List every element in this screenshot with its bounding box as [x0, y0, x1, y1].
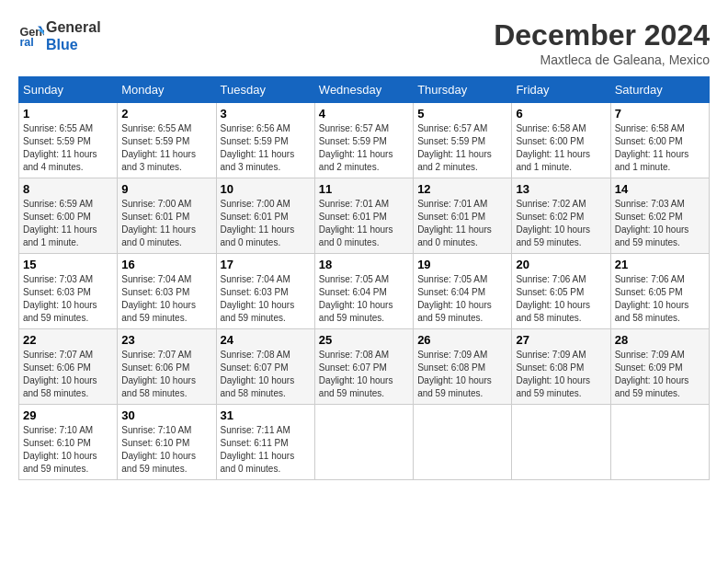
- weekday-header-saturday: Saturday: [610, 77, 709, 103]
- calendar-week-1: 1Sunrise: 6:55 AM Sunset: 5:59 PM Daylig…: [19, 103, 710, 178]
- day-number: 24: [221, 333, 311, 347]
- calendar-day-2: 2Sunrise: 6:55 AM Sunset: 5:59 PM Daylig…: [118, 103, 216, 178]
- day-number: 27: [516, 333, 606, 347]
- calendar-day-1: 1Sunrise: 6:55 AM Sunset: 5:59 PM Daylig…: [19, 103, 118, 178]
- day-info: Sunrise: 7:07 AM Sunset: 6:06 PM Dayligh…: [121, 349, 211, 400]
- day-info: Sunrise: 7:03 AM Sunset: 6:03 PM Dayligh…: [23, 273, 113, 325]
- empty-cell: [610, 405, 709, 480]
- day-info: Sunrise: 6:58 AM Sunset: 6:00 PM Dayligh…: [516, 122, 606, 174]
- day-info: Sunrise: 6:58 AM Sunset: 6:00 PM Dayligh…: [615, 122, 705, 174]
- day-info: Sunrise: 7:00 AM Sunset: 6:01 PM Dayligh…: [121, 198, 211, 249]
- day-info: Sunrise: 7:05 AM Sunset: 6:04 PM Dayligh…: [319, 273, 409, 325]
- calendar-week-2: 8Sunrise: 6:59 AM Sunset: 6:00 PM Daylig…: [19, 178, 710, 254]
- day-number: 29: [23, 408, 113, 422]
- day-info: Sunrise: 7:05 AM Sunset: 6:04 PM Dayligh…: [417, 273, 507, 325]
- calendar-day-13: 13Sunrise: 7:02 AM Sunset: 6:02 PM Dayli…: [512, 178, 610, 254]
- day-number: 19: [417, 258, 507, 271]
- day-info: Sunrise: 7:10 AM Sunset: 6:10 PM Dayligh…: [23, 424, 113, 476]
- day-info: Sunrise: 7:07 AM Sunset: 6:06 PM Dayligh…: [23, 349, 113, 400]
- calendar-week-3: 15Sunrise: 7:03 AM Sunset: 6:03 PM Dayli…: [19, 254, 710, 329]
- day-number: 6: [516, 107, 606, 121]
- weekday-header-thursday: Thursday: [414, 77, 512, 103]
- day-info: Sunrise: 6:59 AM Sunset: 6:00 PM Dayligh…: [23, 198, 113, 249]
- day-number: 8: [23, 182, 113, 196]
- calendar-day-25: 25Sunrise: 7:08 AM Sunset: 6:07 PM Dayli…: [314, 329, 413, 405]
- day-info: Sunrise: 6:57 AM Sunset: 5:59 PM Dayligh…: [417, 122, 507, 174]
- day-info: Sunrise: 7:06 AM Sunset: 6:05 PM Dayligh…: [615, 273, 705, 325]
- day-info: Sunrise: 6:56 AM Sunset: 5:59 PM Dayligh…: [221, 122, 311, 174]
- weekday-header-friday: Friday: [512, 77, 610, 103]
- day-number: 1: [23, 107, 113, 121]
- day-number: 16: [121, 258, 211, 271]
- day-info: Sunrise: 7:04 AM Sunset: 6:03 PM Dayligh…: [221, 273, 311, 325]
- day-number: 13: [516, 182, 606, 196]
- day-number: 23: [121, 333, 211, 347]
- calendar-day-5: 5Sunrise: 6:57 AM Sunset: 5:59 PM Daylig…: [414, 103, 512, 178]
- calendar-day-22: 22Sunrise: 7:07 AM Sunset: 6:06 PM Dayli…: [19, 329, 118, 405]
- day-info: Sunrise: 7:02 AM Sunset: 6:02 PM Dayligh…: [516, 198, 606, 249]
- empty-cell: [314, 405, 413, 480]
- day-number: 15: [23, 258, 113, 271]
- calendar-day-31: 31Sunrise: 7:11 AM Sunset: 6:11 PM Dayli…: [216, 405, 314, 480]
- calendar-day-28: 28Sunrise: 7:09 AM Sunset: 6:09 PM Dayli…: [610, 329, 709, 405]
- day-info: Sunrise: 7:09 AM Sunset: 6:08 PM Dayligh…: [417, 349, 507, 400]
- day-number: 18: [319, 258, 409, 271]
- day-number: 14: [615, 182, 705, 196]
- calendar-day-4: 4Sunrise: 6:57 AM Sunset: 5:59 PM Daylig…: [314, 103, 413, 178]
- calendar-day-27: 27Sunrise: 7:09 AM Sunset: 6:08 PM Dayli…: [512, 329, 610, 405]
- month-title: December 2024: [494, 18, 710, 52]
- calendar-day-15: 15Sunrise: 7:03 AM Sunset: 6:03 PM Dayli…: [19, 254, 118, 329]
- svg-text:ral: ral: [19, 36, 33, 49]
- weekday-header-tuesday: Tuesday: [216, 77, 314, 103]
- day-number: 3: [221, 107, 311, 121]
- weekday-header-wednesday: Wednesday: [314, 77, 413, 103]
- calendar-day-16: 16Sunrise: 7:04 AM Sunset: 6:03 PM Dayli…: [118, 254, 216, 329]
- day-number: 30: [121, 408, 211, 422]
- day-number: 26: [417, 333, 507, 347]
- logo: Gene ral General Blue: [18, 18, 101, 53]
- day-number: 4: [319, 107, 409, 121]
- empty-cell: [512, 405, 610, 480]
- logo-blue: Blue: [46, 36, 101, 53]
- day-number: 11: [319, 182, 409, 196]
- weekday-header-row: SundayMondayTuesdayWednesdayThursdayFrid…: [19, 77, 710, 103]
- day-info: Sunrise: 6:55 AM Sunset: 5:59 PM Dayligh…: [121, 122, 211, 174]
- calendar-day-14: 14Sunrise: 7:03 AM Sunset: 6:02 PM Dayli…: [610, 178, 709, 254]
- day-number: 25: [319, 333, 409, 347]
- day-info: Sunrise: 7:06 AM Sunset: 6:05 PM Dayligh…: [516, 273, 606, 325]
- calendar-day-19: 19Sunrise: 7:05 AM Sunset: 6:04 PM Dayli…: [414, 254, 512, 329]
- logo-general: General: [46, 19, 101, 35]
- day-info: Sunrise: 7:00 AM Sunset: 6:01 PM Dayligh…: [221, 198, 311, 249]
- calendar-day-21: 21Sunrise: 7:06 AM Sunset: 6:05 PM Dayli…: [610, 254, 709, 329]
- calendar-day-7: 7Sunrise: 6:58 AM Sunset: 6:00 PM Daylig…: [610, 103, 709, 178]
- calendar-day-20: 20Sunrise: 7:06 AM Sunset: 6:05 PM Dayli…: [512, 254, 610, 329]
- day-info: Sunrise: 7:01 AM Sunset: 6:01 PM Dayligh…: [319, 198, 409, 249]
- calendar-day-23: 23Sunrise: 7:07 AM Sunset: 6:06 PM Dayli…: [118, 329, 216, 405]
- calendar-day-9: 9Sunrise: 7:00 AM Sunset: 6:01 PM Daylig…: [118, 178, 216, 254]
- day-info: Sunrise: 7:09 AM Sunset: 6:08 PM Dayligh…: [516, 349, 606, 400]
- day-number: 20: [516, 258, 606, 271]
- calendar-day-12: 12Sunrise: 7:01 AM Sunset: 6:01 PM Dayli…: [414, 178, 512, 254]
- day-number: 22: [23, 333, 113, 347]
- calendar-day-24: 24Sunrise: 7:08 AM Sunset: 6:07 PM Dayli…: [216, 329, 314, 405]
- calendar-day-29: 29Sunrise: 7:10 AM Sunset: 6:10 PM Dayli…: [19, 405, 118, 480]
- day-number: 5: [417, 107, 507, 121]
- day-number: 9: [121, 182, 211, 196]
- day-number: 10: [221, 182, 311, 196]
- calendar-day-10: 10Sunrise: 7:00 AM Sunset: 6:01 PM Dayli…: [216, 178, 314, 254]
- empty-cell: [414, 405, 512, 480]
- weekday-header-monday: Monday: [118, 77, 216, 103]
- day-number: 21: [615, 258, 705, 271]
- day-info: Sunrise: 7:09 AM Sunset: 6:09 PM Dayligh…: [615, 349, 705, 400]
- calendar-day-3: 3Sunrise: 6:56 AM Sunset: 5:59 PM Daylig…: [216, 103, 314, 178]
- calendar-day-17: 17Sunrise: 7:04 AM Sunset: 6:03 PM Dayli…: [216, 254, 314, 329]
- day-info: Sunrise: 6:57 AM Sunset: 5:59 PM Dayligh…: [319, 122, 409, 174]
- day-number: 12: [417, 182, 507, 196]
- logo-icon: Gene ral: [18, 23, 44, 49]
- day-number: 28: [615, 333, 705, 347]
- calendar-day-11: 11Sunrise: 7:01 AM Sunset: 6:01 PM Dayli…: [314, 178, 413, 254]
- calendar-day-18: 18Sunrise: 7:05 AM Sunset: 6:04 PM Dayli…: [314, 254, 413, 329]
- day-info: Sunrise: 7:01 AM Sunset: 6:01 PM Dayligh…: [417, 198, 507, 249]
- day-info: Sunrise: 7:11 AM Sunset: 6:11 PM Dayligh…: [221, 424, 311, 476]
- location: Maxtleca de Galeana, Mexico: [494, 52, 710, 67]
